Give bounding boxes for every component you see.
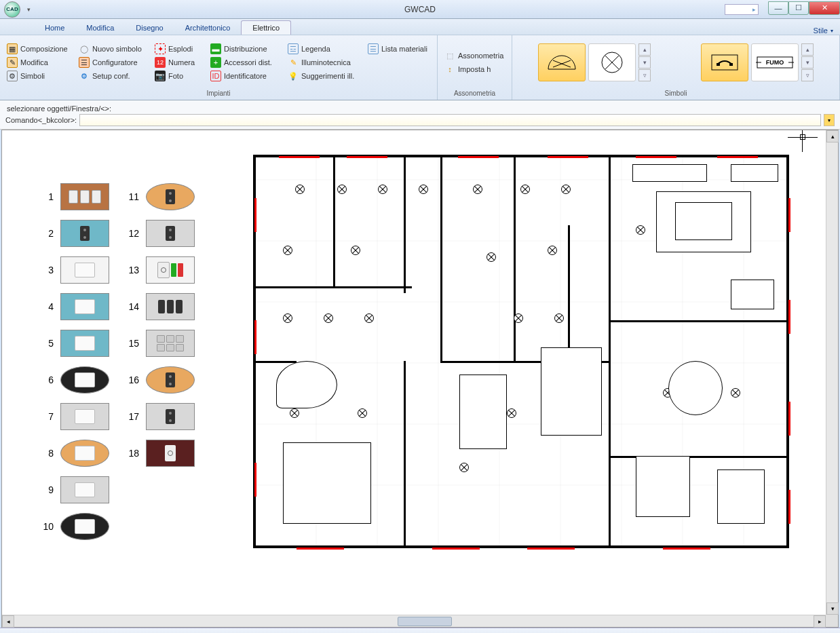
suggerimenti-ill-button[interactable]: 💡Suggerimenti ill. (285, 70, 364, 82)
horizontal-scrollbar[interactable]: ◂ ▸ (2, 615, 826, 627)
legend-number: 11 (128, 191, 139, 202)
app-icon[interactable]: CAD (4, 1, 20, 18)
legend-item-16[interactable]: 16 (128, 366, 195, 394)
legend-item-10[interactable]: 10 (43, 513, 109, 540)
assonometria-button[interactable]: ⬚Assonometria (442, 50, 508, 62)
legend-item-4[interactable]: 4 (43, 293, 109, 320)
configuratore-button[interactable]: ☰Configuratore (76, 56, 151, 69)
tab-home[interactable]: Home (34, 21, 75, 35)
distribuzione-button[interactable]: ▬Distribuzione (208, 43, 284, 55)
symbol-gallery-2: FUMO ▴▾▿ (698, 41, 816, 85)
legend-item-15[interactable]: 15 (128, 330, 195, 357)
legend-thumb (146, 330, 195, 357)
legend-number: 1 (43, 191, 54, 202)
gallery-1-scroll[interactable]: ▴▾▿ (638, 43, 651, 82)
group-label-simboli: Simboli (516, 88, 835, 98)
legend-item-6[interactable]: 6 (43, 366, 109, 394)
esplodi-button[interactable]: ✦Esplodi (152, 43, 206, 55)
nuovo-simbolo-button[interactable]: ◯Nuovo simbolo (76, 43, 151, 55)
legend-thumb (60, 403, 109, 430)
floor-plan[interactable] (253, 155, 789, 548)
tab-architettonico[interactable]: Architettonico (174, 21, 242, 35)
axis-icon[interactable] (776, 630, 787, 634)
identificatore-button[interactable]: IDIdentificatore (208, 70, 284, 82)
illuminotecnica-button[interactable]: ✎Illuminotecnica (285, 56, 364, 69)
setup-conf-button[interactable]: ⚙Setup conf. (76, 70, 151, 82)
command-area: selezionare oggetti/Finestra/<>: Comando… (0, 100, 840, 130)
legend-item-8[interactable]: 8 (43, 440, 109, 467)
legend-item-3[interactable]: 3 (43, 256, 109, 284)
legend-item-17[interactable]: 17 (128, 403, 195, 430)
legend-item-1[interactable]: 1 (43, 183, 109, 210)
qat-dropdown-icon[interactable]: ▾ (27, 6, 31, 13)
tab-disegno[interactable]: Disegno (125, 21, 174, 35)
symbol-dome-light[interactable] (538, 43, 586, 81)
legend-item-2[interactable]: 2 (43, 220, 109, 247)
ribbon: ▦Composizione ✎Modifica ⚙Simboli ◯Nuovo … (0, 35, 840, 100)
symbol-phone-outlet[interactable] (701, 43, 748, 81)
composizione-button[interactable]: ▦Composizione (4, 43, 75, 55)
foto-button[interactable]: 📷Foto (152, 70, 206, 82)
tab-elettrico[interactable]: Elettrico (241, 20, 291, 35)
legend-number: 5 (43, 338, 54, 349)
legend-thumb (60, 440, 109, 467)
legend-item-9[interactable]: 9 (43, 476, 109, 503)
titlebar: CAD ▾ GWCAD ▸ ― ☐ ✕ (0, 0, 840, 19)
imposta-h-button[interactable]: ↕Imposta h (442, 63, 508, 75)
legend-item-18[interactable]: 18 (128, 440, 195, 467)
legend-item-12[interactable]: 12 (128, 220, 195, 247)
legend-number: 16 (128, 375, 139, 385)
command-input[interactable] (79, 114, 821, 126)
lista-materiali-button[interactable]: ☰Lista materiali (365, 43, 433, 55)
minimize-button[interactable]: ― (768, 1, 788, 15)
maximize-button[interactable]: ☐ (788, 1, 809, 15)
legend-number: 15 (128, 338, 139, 349)
ribbon-group-impianti: ▦Composizione ✎Modifica ⚙Simboli ◯Nuovo … (0, 35, 438, 100)
symbol-fumo[interactable]: FUMO (751, 43, 799, 81)
gallery-2-scroll[interactable]: ▴▾▿ (801, 43, 814, 82)
legend-thumb (60, 256, 109, 284)
legend-thumb (146, 183, 195, 210)
legend-number: 7 (43, 411, 54, 422)
vertical-scrollbar[interactable]: ▴ ▾ (826, 130, 838, 615)
symbol-gallery-1: ▴▾▿ (535, 41, 653, 85)
legend-number: 3 (43, 265, 54, 275)
stile-menu[interactable]: Stile▾ (814, 26, 833, 35)
command-dropdown[interactable]: ▾ (824, 114, 835, 126)
legend-number: 12 (128, 228, 139, 239)
symbol-circle-x[interactable] (588, 43, 636, 81)
legend-panel: 12345678910 1112131415161718 (43, 183, 195, 540)
legend-number: 10 (43, 521, 54, 532)
command-prompt: Comando<_bkcolor>: (5, 116, 77, 124)
modifica-button[interactable]: ✎Modifica (4, 56, 75, 69)
legend-thumb (146, 293, 195, 320)
legend-thumb (60, 183, 109, 210)
svg-rect-5 (712, 55, 738, 70)
legend-item-7[interactable]: 7 (43, 403, 109, 430)
window-title: GWCAD (404, 5, 436, 14)
legend-number: 8 (43, 448, 54, 459)
close-button[interactable]: ✕ (809, 1, 840, 15)
legend-number: 9 (43, 484, 54, 495)
legend-number: 13 (128, 265, 139, 275)
group-label-assonometria: Assonometria (442, 88, 508, 98)
legend-item-14[interactable]: 14 (128, 293, 195, 320)
svg-rect-7 (729, 63, 733, 66)
legend-number: 6 (43, 375, 54, 385)
legend-item-13[interactable]: 13 (128, 256, 195, 284)
ribbon-group-simboli: ▴▾▿ FUMO ▴▾▿ Simboli (512, 35, 840, 100)
legend-thumb (60, 330, 109, 357)
accessori-dist-button[interactable]: +Accessori dist. (208, 56, 284, 69)
ribbon-group-assonometria: ⬚Assonometria ↕Imposta h Assonometria (438, 35, 512, 100)
legend-item-5[interactable]: 5 (43, 330, 109, 357)
tab-modifica[interactable]: Modifica (75, 21, 125, 35)
legend-item-11[interactable]: 11 (128, 183, 195, 210)
legenda-button[interactable]: ☲Legenda (285, 43, 364, 55)
status-bar: Incolla Taglia Copia Cancella Zoom▾ Snap… (0, 628, 840, 633)
svg-rect-6 (717, 63, 720, 66)
drawing-canvas[interactable]: 12345678910 1112131415161718 (2, 130, 826, 615)
numera-button[interactable]: 12Numera (152, 56, 206, 69)
simboli-button[interactable]: ⚙Simboli (4, 70, 75, 82)
legend-number: 4 (43, 301, 54, 312)
help-search[interactable]: ▸ (725, 4, 759, 15)
